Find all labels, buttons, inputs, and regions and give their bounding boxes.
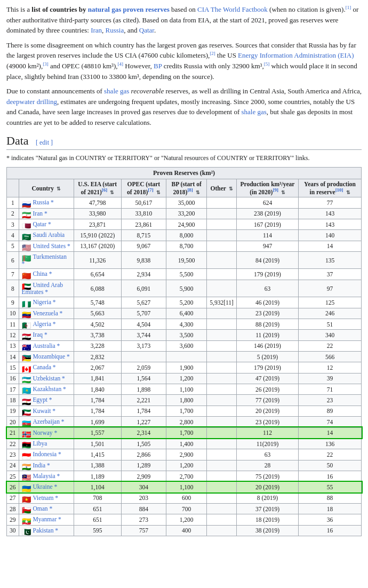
row-country[interactable]: 🇳🇬Nigeria * <box>19 297 74 308</box>
cia-link[interactable]: CIA The World Factbook <box>197 5 268 13</box>
header-other[interactable]: Other ⇅ <box>207 179 237 197</box>
row-country[interactable]: 🇮🇶Iraq * <box>19 330 74 340</box>
row-country[interactable]: 🇮🇷Iran * <box>19 208 74 219</box>
table-row: 2🇮🇷Iran *33,98033,81033,200238 (2019)143 <box>7 208 362 219</box>
row-num: 7 <box>7 269 19 280</box>
row-opec: 2,314 <box>121 427 166 438</box>
header-opec[interactable]: OPEC (start of 2018)[7] ⇅ <box>121 179 166 197</box>
country-link[interactable]: United States * <box>33 243 70 249</box>
row-country[interactable]: 🇱🇾Libya <box>19 438 74 449</box>
country-link[interactable]: Saudi Arabia <box>33 232 65 238</box>
row-country[interactable]: 🇦🇪United Arab Emirates * <box>19 280 74 297</box>
row-country[interactable]: 🇵🇰Pakistan * <box>19 525 74 536</box>
country-link[interactable]: Iran * <box>33 210 47 217</box>
country-link[interactable]: Algeria * <box>33 321 56 327</box>
country-link[interactable]: Qatar * <box>33 221 51 227</box>
country-link[interactable]: Mozambique * <box>33 353 70 360</box>
row-country[interactable]: 🇻🇪Venezuela * <box>19 308 74 319</box>
row-opec: 2,934 <box>121 269 166 280</box>
row-production: 28 <box>236 460 298 471</box>
row-bp: 1,800 <box>166 395 206 406</box>
country-link[interactable]: Pakistan * <box>33 527 59 534</box>
shale-gas-link2[interactable]: shale gas <box>242 108 267 116</box>
country-link[interactable]: Indonesia * <box>33 451 61 457</box>
country-link[interactable]: Egypt * <box>33 396 52 403</box>
row-country[interactable]: 🇲🇿Mozambique * <box>19 351 74 362</box>
header-production[interactable]: Production km³/year (in 2020)[9] ⇅ <box>236 179 298 197</box>
country-link[interactable]: China * <box>33 271 52 277</box>
country-link[interactable]: Oman * <box>33 505 53 512</box>
country-link[interactable]: Australia * <box>33 343 60 349</box>
country-link[interactable]: Kazakhstan * <box>33 386 66 392</box>
sort-opec[interactable]: ⇅ <box>156 190 161 195</box>
country-link[interactable]: Kuwait * <box>33 408 55 414</box>
sort-eia[interactable]: ⇅ <box>110 190 114 195</box>
row-country[interactable]: 🇦🇺Australia * <box>19 340 74 351</box>
row-production: 38 (2019) <box>236 525 298 536</box>
row-country[interactable]: 🇮🇳India * <box>19 460 74 471</box>
qatar-link[interactable]: Qatar <box>139 26 154 34</box>
sort-other[interactable]: ⇅ <box>229 186 233 192</box>
row-country[interactable]: 🇺🇦Ukraine * <box>19 482 74 492</box>
row-country[interactable]: 🇷🇺Russia * <box>19 197 74 208</box>
edit-link[interactable]: [ edit ] <box>36 139 53 146</box>
header-years[interactable]: Years of production in reserve[10] ⇅ <box>299 179 362 197</box>
row-production: 46 (2019) <box>236 297 298 308</box>
natural-gas-link[interactable]: natural gas proven reserves <box>88 5 170 13</box>
row-country[interactable]: 🇲🇾Malaysia * <box>19 471 74 481</box>
country-link[interactable]: Myanmar * <box>33 516 61 522</box>
deepwater-link[interactable]: deepwater drilling <box>6 98 57 106</box>
row-country[interactable]: 🇳🇴Norway * <box>19 427 74 438</box>
table-row: 14🇲🇿Mozambique *2,8325 (2019)566 <box>7 351 362 362</box>
header-country[interactable]: Country ⇅ <box>19 179 74 197</box>
row-country[interactable]: 🇩🇿Algeria * <box>19 319 74 329</box>
country-link[interactable]: Venezuela * <box>33 310 63 316</box>
row-country[interactable]: 🇨🇦Canada * <box>19 362 74 373</box>
country-link[interactable]: Ukraine * <box>33 483 58 490</box>
row-opec: 1,505 <box>121 438 166 449</box>
row-country[interactable]: 🇪🇬Egypt * <box>19 395 74 406</box>
country-link[interactable]: Russia * <box>33 199 54 205</box>
row-country[interactable]: 🇴🇲Oman * <box>19 504 74 514</box>
country-link[interactable]: Malaysia * <box>33 473 60 479</box>
eia-link[interactable]: Energy Information Administration (EIA) <box>238 52 354 60</box>
country-link[interactable]: Vietnam * <box>33 495 59 501</box>
row-num: 5 <box>7 241 19 251</box>
russia-link[interactable]: Russia <box>106 26 124 34</box>
row-country[interactable]: 🇨🇳China * <box>19 269 74 280</box>
row-country[interactable]: 🇰🇼Kuwait * <box>19 406 74 416</box>
country-link[interactable]: India * <box>33 462 50 468</box>
country-link[interactable]: Libya <box>33 440 47 447</box>
row-production: 77 (2019) <box>236 395 298 406</box>
row-bp: 1,700 <box>166 427 206 438</box>
row-country[interactable]: 🇰🇿Kazakhstan * <box>19 384 74 395</box>
sort-country[interactable]: ⇅ <box>57 186 61 192</box>
iran-link[interactable]: Iran <box>91 26 102 34</box>
header-bp[interactable]: BP (start of 2018)[8] ⇅ <box>166 179 206 197</box>
bp-link[interactable]: BP <box>154 62 162 70</box>
row-country[interactable]: 🇻🇳Vietnam * <box>19 492 74 503</box>
row-country[interactable]: 🇹🇲Turkmenistan * <box>19 252 74 269</box>
row-other <box>207 395 237 406</box>
header-eia[interactable]: U.S. EIA (start of 2021)[6] ⇅ <box>74 179 121 197</box>
row-country[interactable]: 🇺🇿Uzbekistan * <box>19 373 74 384</box>
country-link[interactable]: Nigeria * <box>33 299 56 305</box>
sort-years[interactable]: ⇅ <box>346 190 350 195</box>
country-link[interactable]: Iraq * <box>33 331 47 338</box>
row-country[interactable]: 🇦🇿Azerbaijan * <box>19 417 74 427</box>
row-country[interactable]: 🇶🇦Qatar * <box>19 219 74 230</box>
country-link[interactable]: Norway * <box>33 430 58 436</box>
row-opec: 4,504 <box>121 319 166 329</box>
country-link[interactable]: Azerbaijan * <box>33 418 65 425</box>
row-country[interactable]: 🇮🇩Indonesia * <box>19 449 74 460</box>
country-link[interactable]: Canada * <box>33 364 56 370</box>
country-link[interactable]: Uzbekistan * <box>33 375 65 382</box>
intro-para3: Due to constant announcements of shale g… <box>6 86 362 128</box>
row-eia: 1,840 <box>74 384 121 395</box>
shale-gas-link[interactable]: shale gas <box>104 87 129 95</box>
sort-bp[interactable]: ⇅ <box>196 190 200 195</box>
row-country[interactable]: 🇲🇲Myanmar * <box>19 514 74 525</box>
row-country[interactable]: 🇺🇸United States * <box>19 241 74 251</box>
sort-production[interactable]: ⇅ <box>281 190 285 195</box>
row-country[interactable]: 🇸🇦Saudi Arabia <box>19 230 74 241</box>
